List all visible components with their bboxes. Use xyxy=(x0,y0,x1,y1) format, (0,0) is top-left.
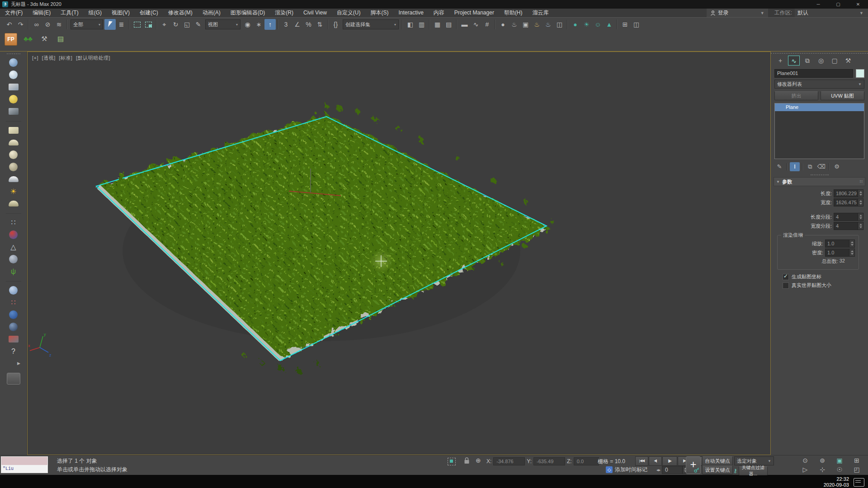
select-and-place-icon[interactable]: ✎ xyxy=(193,19,204,30)
state-sets-icon[interactable]: ◫ xyxy=(554,19,565,30)
notification-icon[interactable] xyxy=(854,478,864,487)
frame-step-arrows[interactable]: ◂▸ xyxy=(656,468,660,472)
wire-pyramid-icon[interactable]: △ xyxy=(6,241,21,253)
reference-coordinate-dropdown[interactable]: 视图▾ xyxy=(205,19,241,29)
creature-icon[interactable]: ☺ xyxy=(592,19,604,30)
menu-item-10[interactable]: 渲染(R) xyxy=(270,9,298,17)
select-by-name-icon[interactable]: ≣ xyxy=(116,19,127,30)
utilities-tab[interactable]: ⚒ xyxy=(842,56,854,66)
stack-item-plane[interactable]: Plane xyxy=(775,103,864,111)
zoom-extents-button[interactable]: ▣ xyxy=(831,456,848,465)
set-keys-button[interactable]: + xyxy=(686,456,701,474)
pan-button[interactable]: ⊹ xyxy=(814,465,831,474)
auto-key-button[interactable]: 自动关键点 xyxy=(702,456,733,465)
remove-modifier-icon[interactable]: ⌫ xyxy=(816,162,826,171)
sphere-select-icon[interactable] xyxy=(6,309,21,321)
menu-item-8[interactable]: 动画(A) xyxy=(198,9,226,17)
select-and-scale-icon[interactable]: ◱ xyxy=(181,19,193,30)
key-filters-button[interactable]: 关键点过滤器... xyxy=(739,466,768,475)
rendered-frame-window-icon[interactable]: ▣ xyxy=(520,19,531,30)
help-icon[interactable]: ? xyxy=(6,345,21,357)
previous-frame-button[interactable]: ◀| xyxy=(649,456,662,466)
select-and-link-icon[interactable]: ∞ xyxy=(31,19,42,30)
zoom-extents-all-button[interactable]: ⊞ xyxy=(848,456,865,465)
menu-item-3[interactable]: 工具(T) xyxy=(56,9,83,17)
mirror-icon[interactable]: ◧ xyxy=(405,19,416,30)
workspace-dropdown[interactable]: 默认 ▼ xyxy=(795,9,868,17)
material-editor-icon[interactable]: ● xyxy=(497,19,509,30)
width-field[interactable]: 1626.475 xyxy=(834,198,863,206)
object-name-field[interactable]: Plane001 xyxy=(774,69,853,78)
menu-item-17[interactable]: 帮助(H) xyxy=(499,9,528,17)
orbit-button[interactable]: ☉ xyxy=(831,465,848,474)
snaps-toggle-3d-icon[interactable]: 3 xyxy=(280,19,292,30)
pin-stack-icon[interactable]: ✎ xyxy=(774,162,784,171)
balloon-icon[interactable]: ● xyxy=(570,19,581,30)
scale-spinner[interactable] xyxy=(849,240,854,247)
material-box-icon[interactable] xyxy=(6,333,21,345)
wire-teapot-icon[interactable] xyxy=(6,161,21,173)
zoom-all-button[interactable]: ⊚ xyxy=(814,456,831,465)
absolute-offset-mode-icon[interactable]: ⊕ xyxy=(476,457,481,464)
spheres-pair-icon[interactable] xyxy=(6,229,21,241)
menu-item-16[interactable]: Project Manager xyxy=(449,9,499,17)
display-tab[interactable]: ▢ xyxy=(829,56,840,66)
left-toolbar-expand-arrow[interactable]: ▶ xyxy=(0,361,20,366)
login-dropdown[interactable]: 登录 ▼ xyxy=(707,9,768,17)
density-field[interactable]: 1.0 xyxy=(825,249,855,257)
show-end-result-icon[interactable]: I xyxy=(790,162,800,171)
width-segs-spinner[interactable] xyxy=(858,222,863,230)
script-manager-icon[interactable]: ▤ xyxy=(54,33,67,45)
cloud-icon[interactable] xyxy=(6,69,21,81)
select-and-manipulate-icon[interactable]: ∗ xyxy=(253,19,264,30)
camera-icon[interactable] xyxy=(6,105,21,117)
light-icon[interactable]: ☀ xyxy=(581,19,592,30)
generate-mapping-checkbox[interactable] xyxy=(783,274,789,280)
modifier-stack[interactable]: Plane xyxy=(774,103,864,159)
sphere-blue-icon[interactable] xyxy=(6,284,21,296)
perspective-viewport[interactable]: [+] [透视] [标准] [默认明暗处理] xyxy=(27,52,771,455)
rock-icon[interactable] xyxy=(6,253,21,265)
plate-icon[interactable] xyxy=(6,124,21,136)
menu-item-14[interactable]: Interactive xyxy=(393,9,428,17)
go-to-start-button[interactable]: |◀◀ xyxy=(635,456,648,466)
left-toolbar-flyout-button[interactable] xyxy=(7,373,20,385)
length-segs-spinner[interactable] xyxy=(858,213,863,221)
menu-item-2[interactable]: 编辑(E) xyxy=(28,9,56,17)
length-segs-field[interactable]: 4 xyxy=(834,213,863,221)
select-and-move-icon[interactable]: ⌖ xyxy=(159,19,170,30)
schematic-view-icon[interactable]: # xyxy=(481,19,493,30)
scale-field[interactable]: 1.0 xyxy=(825,239,855,248)
ellipse-icon[interactable] xyxy=(6,197,21,210)
menu-item-6[interactable]: 创建(C) xyxy=(135,9,163,17)
length-spinner[interactable] xyxy=(858,190,863,197)
color-balls-icon[interactable]: ∷ xyxy=(6,296,21,309)
menu-item-5[interactable]: 视图(V) xyxy=(107,9,135,17)
listener-macro-line[interactable] xyxy=(1,456,48,465)
menu-item-18[interactable]: 溜云库 xyxy=(528,9,554,17)
spinner-snap-icon[interactable]: ⇅ xyxy=(314,19,326,30)
grass-plane[interactable] xyxy=(99,113,550,357)
sphere-dark-icon[interactable] xyxy=(6,321,21,333)
menu-item-13[interactable]: 脚本(S) xyxy=(365,9,393,17)
field-of-view-button[interactable]: ▷ xyxy=(797,465,814,474)
grass-icon[interactable]: ψ xyxy=(6,265,21,277)
add-time-tag-button[interactable]: 添加时间标记 xyxy=(615,466,647,474)
viewport-canvas[interactable]: x y z xyxy=(28,52,770,455)
extrude-button[interactable]: 挤出 xyxy=(774,91,818,100)
render-window-icon[interactable] xyxy=(6,81,21,93)
x-coord-field[interactable]: -34.876 xyxy=(493,457,525,465)
z-coord-field[interactable]: 0.0 xyxy=(574,457,599,465)
align-icon[interactable]: ▥ xyxy=(416,19,427,30)
parameters-rollout-header[interactable]: ▼ 参数 ∷ xyxy=(774,177,865,186)
maxscript-mini-listener[interactable]: "Liu xyxy=(1,456,48,473)
toggle-layer-explorer-icon[interactable]: ▤ xyxy=(443,19,454,30)
uvw-map-button[interactable]: UVW 贴图 xyxy=(821,91,864,100)
menu-item-7[interactable]: 修改器(M) xyxy=(163,9,198,17)
rectangular-selection-region-icon[interactable] xyxy=(132,19,143,30)
redo-icon[interactable]: ↷ xyxy=(15,19,26,30)
zoom-button[interactable]: ⊙ xyxy=(797,456,814,465)
lamp-icon[interactable] xyxy=(6,93,21,105)
menu-item-4[interactable]: 组(G) xyxy=(84,9,107,17)
unlink-selection-icon[interactable]: ⊘ xyxy=(42,19,53,30)
